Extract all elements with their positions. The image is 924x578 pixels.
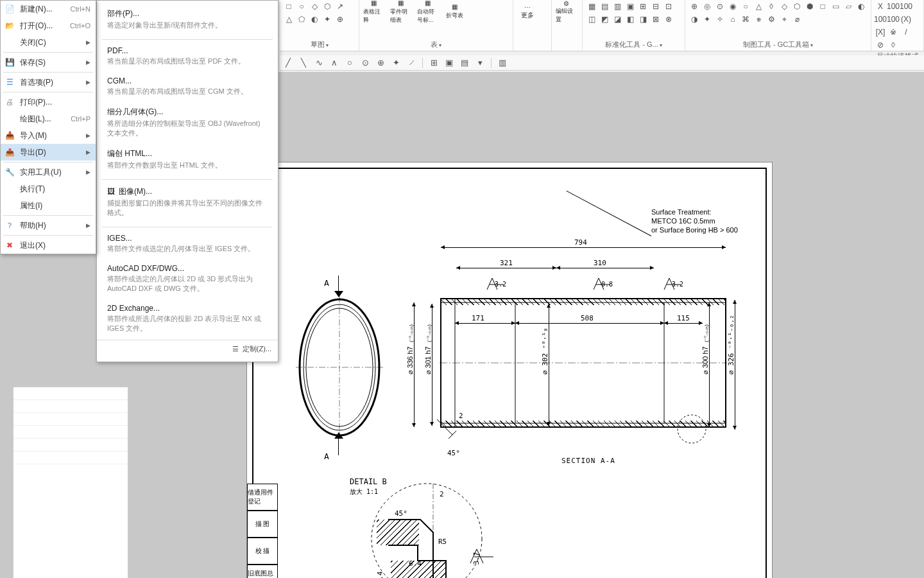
ribbon-icon[interactable]: ◊ [888, 40, 898, 50]
toolbar-icon[interactable]: ▣ [443, 57, 455, 69]
pref-button[interactable]: ⚙编辑设置 [556, 1, 576, 22]
ribbon-icon[interactable]: ⌖ [779, 14, 789, 24]
toolbar-icon[interactable]: ∧ [329, 57, 340, 69]
ribbon-icon[interactable]: ⬡ [792, 1, 802, 12]
menu-item[interactable]: 关闭(C)▶ [1, 34, 96, 51]
ribbon-group-sketch[interactable]: 草图 [284, 39, 355, 49]
menu-item[interactable]: ✖退出(X) [1, 237, 96, 254]
ribbon-icon[interactable]: 100 [888, 14, 898, 24]
ribbon-icon[interactable]: ⚙ [766, 14, 776, 24]
toolbar-icon[interactable]: ⊕ [375, 57, 386, 69]
toolbar-icon[interactable]: ▤ [459, 57, 470, 69]
menu-item[interactable]: 绘图(L)...Ctrl+P [1, 110, 96, 127]
ribbon-icon[interactable]: ▦ [586, 1, 597, 12]
submenu-item[interactable]: CGM...将当前显示的布局或图纸导出至 CGM 文件。 [97, 73, 278, 103]
ribbon-icon[interactable]: □ [817, 1, 828, 12]
menu-item[interactable]: 🖨打印(P)... [1, 94, 96, 110]
ribbon-icon[interactable]: ⊟ [651, 1, 661, 12]
toolbar-icon[interactable]: ○ [344, 57, 355, 69]
menu-item[interactable]: 📄新建(N)...Ctrl+N [1, 1, 96, 17]
ribbon-icon[interactable]: ⊘ [875, 40, 886, 50]
ribbon-icon[interactable]: 100 [888, 1, 898, 12]
submenu-item[interactable]: 2D Exchange...将部件或所选几何体的投影 2D 表示导出至 NX 或… [97, 300, 278, 340]
ribbon-icon[interactable]: ◐ [309, 14, 320, 24]
ribbon-icon[interactable]: ⊗ [663, 14, 674, 24]
ribbon-icon[interactable]: ▣ [625, 1, 635, 12]
ribbon-icon[interactable]: ✧ [715, 14, 725, 24]
ribbon-icon[interactable]: 100 [901, 1, 911, 12]
ribbon-icon[interactable]: ✦ [702, 14, 712, 24]
ribbon-icon[interactable]: △ [284, 14, 294, 24]
submenu-item[interactable]: IGES...将部件文件或选定的几何体导出至 IGES 文件。 [97, 230, 278, 260]
ribbon-big-button[interactable]: ▦自动符号标... [417, 1, 438, 22]
toolbar-icon[interactable]: ✦ [390, 57, 402, 69]
ribbon-icon[interactable]: ⌀ [792, 14, 802, 24]
ribbon-icon[interactable]: ⊕ [689, 1, 699, 12]
ribbon-icon[interactable]: ▤ [599, 1, 610, 12]
submenu-item[interactable]: AutoCAD DXF/DWG...将部件或选定的几何体以 2D 或 3D 形式… [97, 260, 278, 300]
ribbon-icon[interactable]: ◐ [856, 1, 866, 12]
ribbon-icon[interactable]: (X) [901, 14, 911, 24]
ribbon-icon[interactable]: ▥ [612, 1, 622, 12]
ribbon-icon[interactable]: ⊙ [715, 1, 725, 12]
ribbon-icon[interactable]: ◉ [728, 1, 738, 12]
ribbon-group-table[interactable]: 表 [363, 39, 509, 49]
ribbon-icon[interactable]: ◇ [309, 1, 320, 12]
ribbon-icon[interactable]: ⊠ [651, 14, 661, 24]
ribbon-icon[interactable]: ⊡ [663, 1, 674, 12]
ribbon-icon[interactable]: / [901, 27, 911, 37]
ribbon-icon[interactable]: ◇ [779, 1, 789, 12]
ribbon-icon[interactable]: ▱ [843, 1, 853, 12]
ribbon-icon[interactable]: ⌘ [740, 14, 751, 24]
ribbon-icon[interactable]: ◨ [638, 14, 648, 24]
menu-item[interactable]: 📂打开(O)...Ctrl+O [1, 17, 96, 34]
ribbon-icon[interactable]: ◑ [689, 14, 699, 24]
ribbon-icon[interactable]: ※ [888, 27, 898, 37]
toolbar-icon[interactable]: ⊙ [359, 57, 371, 69]
ribbon-group-draft[interactable]: 制图工具 - GC工具箱 [689, 39, 867, 49]
menu-item[interactable]: 属性(I) [1, 197, 96, 214]
ribbon-big-button[interactable]: ▦表格注释 [363, 1, 384, 22]
toolbar-icon[interactable]: ∿ [313, 57, 325, 69]
more-button[interactable]: ⋯更多 [517, 1, 538, 22]
toolbar-icon[interactable]: ▾ [474, 57, 486, 69]
submenu-item[interactable]: 编创 HTML...将部件文件数据导出至 HTML 文件。 [97, 144, 278, 177]
ribbon-icon[interactable]: ◪ [612, 14, 622, 24]
menu-item[interactable]: ☰首选项(P)▶ [1, 74, 96, 91]
ribbon-big-button[interactable]: ▦零件明细表 [390, 1, 411, 22]
toolbar-icon[interactable]: ⊞ [428, 57, 440, 69]
toolbar-icon[interactable]: ╱ [282, 57, 294, 69]
ribbon-icon[interactable]: ◎ [702, 1, 712, 12]
ribbon-icon[interactable]: ✦ [322, 14, 332, 24]
ribbon-icon[interactable]: ⎈ [753, 14, 764, 24]
toolbar-icon[interactable]: ╲ [298, 57, 309, 69]
ribbon-icon[interactable]: ◊ [766, 1, 776, 12]
ribbon-icon[interactable]: ⌂ [728, 14, 738, 24]
ribbon-icon[interactable]: ⊞ [638, 1, 648, 12]
toolbar-icon[interactable]: ▥ [497, 57, 508, 69]
menu-item[interactable]: ？帮助(H)▶ [1, 217, 96, 234]
submenu-item[interactable]: PDF...将当前显示的布局或图纸导出至 PDF 文件。 [97, 42, 278, 73]
ribbon-icon[interactable]: [X] [875, 27, 886, 37]
toolbar-icon[interactable]: ⟋ [406, 57, 417, 69]
submenu-item[interactable]: 🖼图像(M)...捕捉图形窗口的图像并将其导出至不同的图像文件格式。 [97, 182, 278, 224]
submenu-item[interactable]: 细分几何体(G)...将所选细分体的控制框架导出至 OBJ (Wavefront… [97, 103, 278, 144]
menu-item[interactable]: 🔧实用工具(U)▶ [1, 164, 96, 180]
ribbon-icon[interactable]: ▭ [830, 1, 841, 12]
ribbon-icon[interactable]: △ [753, 1, 764, 12]
ribbon-icon[interactable]: ○ [296, 1, 307, 12]
ribbon-icon[interactable]: X [875, 1, 886, 12]
ribbon-icon[interactable]: 100 [875, 14, 886, 24]
ribbon-big-button[interactable]: ▦折弯表 [444, 1, 465, 22]
ribbon-icon[interactable]: ◫ [586, 14, 597, 24]
ribbon-icon[interactable]: □ [284, 1, 294, 12]
menu-item[interactable]: 执行(T) [1, 180, 96, 197]
ribbon-icon[interactable]: ↗ [335, 1, 345, 12]
ribbon-icon[interactable]: ⬠ [296, 14, 307, 24]
submenu-item[interactable]: 部件(P)...将选定对象导出至新/现有部件文件。 [97, 4, 278, 37]
menu-item[interactable]: 📥导入(M)▶ [1, 127, 96, 144]
menu-item[interactable]: 💾保存(S)▶ [1, 54, 96, 71]
menu-item[interactable]: 📤导出(D)▶ [1, 144, 96, 161]
ribbon-icon[interactable]: ◧ [625, 14, 635, 24]
ribbon-icon[interactable]: ○ [740, 1, 751, 12]
